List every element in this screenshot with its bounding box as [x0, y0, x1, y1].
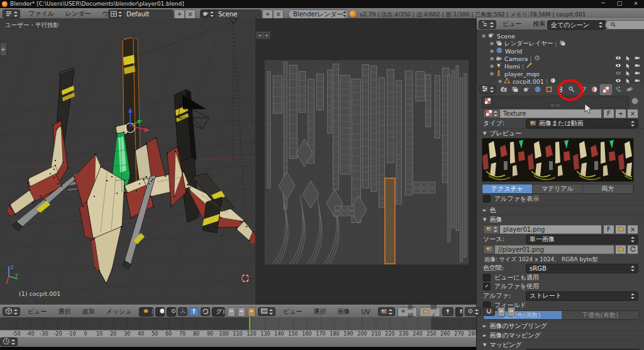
uv-option-button[interactable]: [508, 307, 515, 317]
image-section-header[interactable]: ▼ 画像 ::::: [477, 215, 644, 224]
disclosure-icon[interactable]: ●: [490, 48, 494, 54]
delete-scene-button[interactable]: ×: [273, 9, 284, 19]
disclosure-icon[interactable]: ●: [490, 71, 494, 76]
lower-first-button[interactable]: 下優先(奇数): [562, 311, 640, 319]
pin-button[interactable]: [442, 307, 453, 316]
pack-image-button[interactable]: [615, 225, 626, 234]
menu-item[interactable]: ビュー: [22, 307, 52, 316]
new-image-button[interactable]: 新規: [397, 307, 417, 317]
maximize-button[interactable]: □: [613, 0, 626, 6]
item-label[interactable]: World: [505, 48, 522, 55]
filepath-icon-button[interactable]: [483, 245, 495, 254]
scene-selector[interactable]: Scene: [200, 9, 262, 19]
menu-item[interactable]: ビュー: [497, 20, 527, 28]
rotate-manipulator-button[interactable]: [201, 307, 210, 316]
resize-grip[interactable]: ==: [550, 102, 560, 108]
image-name-field[interactable]: player01.png: [500, 225, 602, 234]
image-fake-user-button[interactable]: F: [603, 225, 614, 234]
tab-physics[interactable]: [624, 85, 635, 94]
disclosure-icon[interactable]: ●: [498, 79, 502, 84]
disclosure-icon[interactable]: ●: [490, 41, 494, 46]
filepath-field[interactable]: //player01.png: [495, 245, 614, 254]
view-as-render-checkbox[interactable]: ビューにも適用: [483, 274, 539, 281]
menu-item[interactable]: ビュー: [277, 307, 308, 316]
disclosure-icon[interactable]: ●: [482, 33, 486, 38]
fake-user-button[interactable]: F: [603, 109, 614, 118]
texture-slot-list[interactable]: ==: [482, 96, 629, 108]
tab-scene[interactable]: [521, 85, 531, 94]
item-label[interactable]: レンダーレイヤー: [504, 40, 553, 48]
render-engine-dropdown[interactable]: Blenderレンダー: [288, 9, 348, 19]
menu-item[interactable]: メッシュ: [100, 307, 137, 316]
preview-section-header[interactable]: ▼ プレビュー ::::: [477, 128, 644, 138]
delete-layout-button[interactable]: ×: [185, 9, 196, 19]
texture-browse-button[interactable]: [483, 109, 500, 118]
tab-material[interactable]: [589, 85, 599, 94]
item-label[interactable]: Scene: [497, 33, 515, 40]
minimize-button[interactable]: ─: [596, 0, 610, 6]
preview-tab[interactable]: テクスチャ: [482, 184, 533, 193]
uv-editor-button[interactable]: [258, 307, 275, 316]
outliner-item-Hemi[interactable]: ●Hemi|: [490, 62, 533, 70]
item-label[interactable]: Hemi: [504, 63, 520, 70]
timeline-body[interactable]: [0, 317, 476, 330]
outliner-filter-dropdown[interactable]: 全てのシーン: [547, 20, 606, 30]
layer-button[interactable]: [228, 307, 235, 317]
tab-texture[interactable]: [600, 84, 612, 95]
slot-scroll-knob[interactable]: [631, 98, 638, 104]
tab-modifiers[interactable]: [566, 85, 577, 94]
outliner-search-input[interactable]: [605, 20, 644, 30]
item-label[interactable]: player_mqo: [504, 71, 540, 77]
outliner-item-World[interactable]: ●World: [490, 47, 522, 55]
screen-layout-selector[interactable]: Default: [108, 9, 174, 19]
uv-option-button[interactable]: [497, 307, 505, 317]
use-alpha-checkbox[interactable]: ✓ アルファを使用: [483, 283, 539, 290]
menu-item[interactable]: レンダー: [60, 9, 97, 18]
item-label[interactable]: Camera: [504, 55, 528, 62]
proportional-edit-button[interactable]: [248, 307, 255, 317]
mapping-section-header[interactable]: ▼ マッピング ::::: [477, 340, 644, 349]
translate-manipulator-button[interactable]: [189, 307, 199, 316]
editor-type-button[interactable]: [3, 9, 20, 18]
unlink-texture-button[interactable]: ×: [627, 109, 638, 118]
open-image-button[interactable]: 開く: [419, 307, 440, 317]
tab-render[interactable]: [498, 85, 509, 94]
properties-editor-button[interactable]: [479, 85, 496, 94]
color-section-header[interactable]: ► 色 ::::: [477, 205, 644, 215]
menu-item[interactable]: 追加: [76, 307, 100, 316]
add-layout-button[interactable]: +: [174, 9, 185, 19]
tab-data[interactable]: [577, 85, 588, 94]
image-mapping-section-header[interactable]: ► 画像のマッピング ::::: [477, 330, 644, 340]
manipulator-axes-button[interactable]: [178, 307, 187, 316]
menu-item[interactable]: 画像: [331, 307, 355, 316]
tab-particles[interactable]: [613, 85, 623, 94]
menu-item[interactable]: UV: [355, 308, 375, 315]
colorspace-dropdown[interactable]: sRGB: [526, 264, 638, 273]
menu-item[interactable]: ファイル: [23, 9, 60, 18]
shading-dropdown[interactable]: [155, 307, 165, 317]
outliner-item-player_mqo[interactable]: ●player_mqo: [490, 70, 540, 77]
upper-first-button[interactable]: 上優先(偶数): [484, 311, 562, 319]
outliner-item-Camera[interactable]: ●Camera|: [490, 55, 541, 62]
texture-type-dropdown[interactable]: 画像または動画: [526, 119, 638, 128]
uv-view-dropdown[interactable]: ビュー: [455, 307, 463, 317]
layout-name-field[interactable]: Default: [123, 10, 173, 18]
outliner-editor-button[interactable]: [479, 20, 496, 29]
image-browse-button[interactable]: [378, 307, 395, 316]
alpha-dropdown[interactable]: ストレート: [526, 291, 638, 301]
outliner-item-Scene[interactable]: ●Scene: [482, 32, 515, 40]
open-file-button[interactable]: [615, 245, 626, 254]
add-scene-button[interactable]: +: [262, 9, 273, 19]
timeline[interactable]: -50-40-30-20-100102030405060708090100110…: [0, 317, 476, 347]
mode-dropdown[interactable]: 編集モード: [139, 307, 153, 317]
menu-item[interactable]: 選択: [52, 307, 76, 316]
pivot-dropdown[interactable]: [167, 307, 176, 317]
close-button[interactable]: ×: [629, 0, 643, 6]
viewport-editor-button[interactable]: [3, 307, 20, 316]
layer-button[interactable]: [238, 307, 245, 317]
uv-select-mode-button[interactable]: [465, 307, 481, 316]
tab-constraints[interactable]: [555, 85, 565, 94]
orientation-dropdown[interactable]: グローバル: [212, 307, 225, 317]
image-browse-button[interactable]: [483, 225, 500, 234]
tab-rlayers[interactable]: [509, 85, 520, 94]
